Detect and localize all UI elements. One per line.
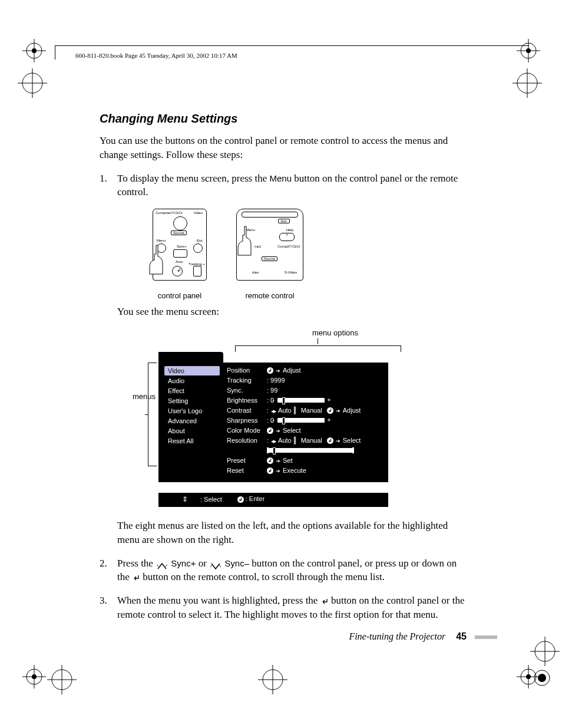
- step-2-text: Press the Sync+ or Sync– button on the c…: [117, 556, 465, 585]
- menu-item: About: [164, 426, 220, 436]
- enter-icon: [267, 467, 273, 474]
- button-diagrams: Computer/YCbCr Video Source Menu Esc Syn…: [153, 209, 465, 300]
- hand-pointer-icon: [234, 225, 254, 258]
- menu-button-label: Menu: [269, 173, 292, 183]
- crop-mark-icon: [530, 637, 560, 666]
- crop-mark-icon: [517, 39, 540, 62]
- menu-item: Reset All: [164, 436, 220, 446]
- svg-line-36: [219, 565, 221, 567]
- sync-down-icon: [209, 560, 222, 568]
- paragraph-2: The eight menus are listed on the left, …: [117, 519, 465, 547]
- frame-line: [55, 45, 529, 46]
- remote-control-caption: remote control: [236, 291, 303, 300]
- you-see-text: You see the menu screen:: [117, 305, 465, 319]
- enter-icon: [267, 427, 273, 434]
- menu-item: Audio: [164, 376, 220, 386]
- menu-item: Advanced: [164, 416, 220, 426]
- enter-icon: [237, 496, 244, 503]
- menu-options-callout: menu options: [241, 328, 429, 337]
- chapter-title: Fine-tuning the Projector: [349, 631, 445, 641]
- crop-mark-icon: [530, 666, 554, 690]
- crop-mark-icon: [513, 68, 542, 98]
- step-3-text: When the menu you want is highlighted, p…: [117, 594, 465, 622]
- svg-point-3: [32, 48, 37, 53]
- control-panel-figure: Computer/YCbCr Video Source Menu Esc Syn…: [153, 209, 207, 300]
- menu-item: User's Logo: [164, 406, 220, 416]
- menu-option-row: Color Mode Select: [227, 426, 382, 435]
- menu-item: Setting: [164, 396, 220, 406]
- svg-point-7: [526, 48, 531, 53]
- crop-mark-icon: [22, 665, 46, 689]
- step-number: 3.: [100, 594, 117, 622]
- sync-up-icon: [156, 560, 168, 568]
- svg-point-17: [32, 674, 37, 679]
- section-title: Changing Menu Settings: [100, 112, 465, 126]
- menu-option-row: Preset Set: [227, 456, 382, 465]
- book-header: 600-811-820.book Page 45 Tuesday, April …: [75, 52, 237, 59]
- crop-mark-icon: [22, 39, 46, 62]
- enter-icon: [267, 367, 273, 374]
- menu-item: Video: [164, 366, 220, 375]
- menu-item: Effect: [164, 386, 220, 396]
- menu-option-row: [227, 446, 382, 455]
- svg-line-35: [210, 565, 212, 567]
- menu-option-row: Resolution:Auto ▍ Manual Select: [227, 436, 382, 445]
- enter-icon: [327, 437, 333, 444]
- menu-option-row: Brightness: 0-+: [227, 396, 382, 405]
- osd-menu-screenshot: VideoAudioEffectSettingUser's LogoAdvanc…: [158, 352, 388, 507]
- menu-option-row: Sharpness: 0-+: [227, 416, 382, 425]
- svg-line-34: [166, 565, 167, 566]
- menu-option-row: Reset Execute: [227, 466, 382, 475]
- enter-icon: [132, 574, 140, 582]
- page-number: 45: [456, 631, 467, 641]
- crop-mark-icon: [258, 665, 287, 694]
- svg-line-33: [157, 565, 158, 566]
- updown-icon: [182, 495, 190, 503]
- svg-point-32: [538, 674, 546, 682]
- step-number: 2.: [100, 556, 117, 585]
- menu-screen-figure: menus menu options VideoAudioEffectSetti…: [158, 328, 429, 507]
- menu-option-row: Tracking: 9999: [227, 376, 382, 385]
- step-number: 1.: [100, 172, 117, 200]
- crop-mark-icon: [18, 68, 47, 98]
- crop-mark-icon: [47, 665, 77, 694]
- menu-option-row: Sync.: 99: [227, 386, 382, 395]
- frame-line: [55, 45, 55, 60]
- menu-option-row: Contrast:Auto ▍ Manual Adjust: [227, 406, 382, 415]
- step-1-text: To display the menu screen, press the Me…: [117, 172, 465, 200]
- menu-option-row: Position Adjust: [227, 366, 382, 375]
- intro-paragraph: You can use the buttons on the control p…: [100, 134, 465, 162]
- page-footer: Fine-tuning the Projector 45: [349, 631, 497, 642]
- control-panel-caption: control panel: [153, 291, 207, 300]
- keystone-icon: [193, 266, 201, 276]
- hand-pointer-icon: [146, 243, 166, 276]
- remote-control-figure: Esc Menu Help ? mp1 Comp2/YCbCr Source i…: [236, 209, 303, 300]
- enter-icon: [320, 597, 329, 605]
- enter-icon: [327, 407, 333, 414]
- enter-icon: ↲: [172, 266, 183, 276]
- footer-rule: [475, 635, 497, 639]
- enter-icon: [267, 457, 273, 464]
